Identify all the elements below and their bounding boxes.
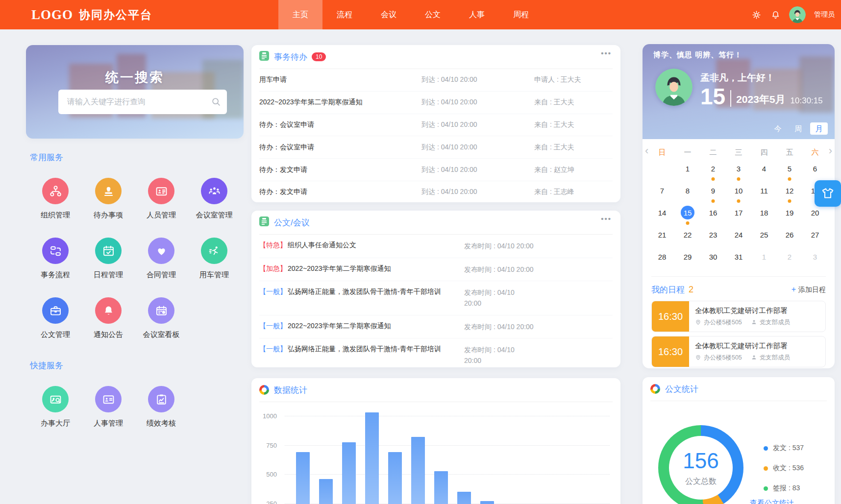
doc-row[interactable]: 【一般】弘扬网络正能量，激发团队骨干激情-青年干部培训发布时间 : 04/10 … (259, 338, 613, 372)
service-label: 人员管理 (147, 211, 176, 220)
more-icon[interactable]: ••• (601, 215, 612, 223)
user-avatar[interactable] (789, 6, 806, 23)
todo-row[interactable]: 用车申请到达 : 04/10 20:00申请人 : 王大夫 (259, 69, 613, 92)
calendar-day[interactable]: 31 (726, 248, 751, 270)
nav-item-3[interactable]: 公文 (411, 0, 455, 29)
calendar-day[interactable]: 15 (675, 204, 700, 226)
service-board[interactable]: 会议室看板 (135, 297, 188, 339)
calendar-day[interactable]: 29 (675, 248, 700, 270)
bar-7 (457, 492, 471, 504)
legend-item: 发文 : 537 (764, 444, 804, 453)
calendar-view-2[interactable]: 月 (810, 122, 828, 135)
notice-bell-icon (95, 297, 122, 324)
calendar-day[interactable]: 5 (777, 160, 802, 182)
calendar-day[interactable]: 30 (700, 248, 726, 270)
todo-row[interactable]: 2022~2023学年第二学期寒假通知到达 : 04/10 20:00来自 : … (259, 92, 613, 114)
calendar-day[interactable]: 8 (675, 182, 700, 204)
service-notice-bell[interactable]: 通知公告 (82, 297, 135, 339)
doc-row[interactable]: 【特急】组织人事任命通知公文发布时间 : 04/10 20:00 (259, 235, 613, 258)
todo-row[interactable]: 待办：会议室申请到达 : 04/10 20:00来自 : 王大夫 (259, 136, 613, 159)
calendar-day[interactable]: 2 (700, 160, 726, 182)
nav-item-0[interactable]: 主页 (278, 0, 322, 29)
chevron-right-icon[interactable]: › (829, 144, 832, 157)
middle-column: 事务待办 10 ••• 用车申请到达 : 04/10 20:00申请人 : 王大… (251, 29, 620, 504)
location-pin-icon (695, 354, 701, 362)
todo-row-time: 到达 : 04/10 20:00 (421, 120, 534, 129)
doc-statistics-card: 公文统计 156 公文总数 发文 : 537收文 : 536签报 : 83 查看… (643, 377, 835, 504)
calendar-day[interactable]: 1 (751, 248, 777, 270)
calendar-day[interactable]: 24 (726, 226, 751, 248)
calendar-day[interactable]: 25 (751, 226, 777, 248)
nav-item-1[interactable]: 流程 (322, 0, 367, 29)
chevron-left-icon[interactable]: ‹ (645, 144, 648, 157)
service-meeting[interactable]: 会议室管理 (188, 178, 241, 220)
service-hr[interactable]: 人事管理 (82, 386, 135, 428)
calendar-day[interactable]: 18 (751, 204, 777, 226)
nav-item-2[interactable]: 会议 (367, 0, 411, 29)
search-box (58, 90, 227, 114)
admin-label[interactable]: 管理员 (814, 10, 835, 19)
calendar-day[interactable]: 12 (777, 182, 802, 204)
doc-row[interactable]: 【一般】2022~2023学年第二学期寒假通知发布时间 : 04/10 20:0… (259, 315, 613, 339)
calendar-day[interactable]: 17 (726, 204, 751, 226)
todo-row-person: 申请人 : 王大夫 (534, 75, 613, 84)
schedule-item[interactable]: 16:30全体教职工党建研讨工作部署办公楼5楼505党支部成员 (651, 301, 826, 332)
theme-tshirt-button[interactable] (815, 180, 841, 207)
color-ring-icon (259, 385, 269, 395)
calendar-day[interactable]: 11 (751, 182, 777, 204)
calendar-day[interactable]: 1 (675, 160, 700, 182)
more-icon[interactable]: ••• (601, 49, 612, 57)
day-number: 2 (706, 162, 720, 175)
service-id-card[interactable]: 人员管理 (135, 178, 188, 220)
day-number: 11 (757, 184, 771, 197)
doc-row[interactable]: 【一般】弘扬网络正能量，激发团队骨干激情-青年干部培训发布时间 : 04/10 … (259, 281, 613, 315)
todo-row[interactable]: 待办：发文申请到达 : 04/10 20:00来自 : 王志峰 (259, 181, 613, 203)
service-workflow[interactable]: 事务流程 (29, 238, 82, 280)
calendar-view-0[interactable]: 今 (769, 122, 787, 135)
magnifier-icon[interactable] (205, 96, 227, 107)
nav-item-5[interactable]: 周程 (499, 0, 543, 29)
calendar-day[interactable]: 19 (777, 204, 802, 226)
add-schedule-button[interactable]: +添加日程 (792, 285, 826, 294)
doc-row-title: 组织人事任命通知公文 (288, 241, 464, 250)
calendar-day[interactable]: 28 (649, 248, 675, 270)
calendar-day[interactable]: 23 (700, 226, 726, 248)
calendar-day[interactable]: 4 (751, 160, 777, 182)
calendar-day[interactable]: 16 (700, 204, 726, 226)
service-org-chart[interactable]: 组织管理 (29, 178, 82, 220)
calendar-day[interactable]: 14 (649, 204, 675, 226)
service-handshake[interactable]: 合同管理 (135, 238, 188, 280)
service-briefcase[interactable]: 公文管理 (29, 297, 82, 339)
unified-search-card: 统一搜索 (26, 45, 244, 139)
service-calendar-check[interactable]: 日程管理 (82, 238, 135, 280)
service-vehicle[interactable]: 用车管理 (188, 238, 241, 280)
bell-icon[interactable] (770, 9, 781, 20)
calendar-day[interactable]: 22 (675, 226, 700, 248)
gear-icon[interactable] (751, 9, 762, 20)
doc-stats-link[interactable]: 查看公文统计 (750, 499, 794, 504)
doc-row[interactable]: 【加急】2022~2023学年第二学期寒假通知发布时间 : 04/10 20:0… (259, 258, 613, 282)
calendar-day[interactable]: 9 (700, 182, 726, 204)
service-service-hall[interactable]: 办事大厅 (29, 386, 82, 428)
calendar-day[interactable]: 21 (649, 226, 675, 248)
day-number: 6 (808, 162, 822, 175)
todo-row[interactable]: 待办：发文申请到达 : 04/10 20:00来自 : 赵立坤 (259, 159, 613, 181)
calendar-day[interactable]: 2 (777, 248, 802, 270)
service-stamp[interactable]: 待办事项 (82, 178, 135, 220)
calendar-day[interactable]: 3 (802, 248, 828, 270)
search-input[interactable] (66, 97, 205, 107)
calendar-day[interactable]: 7 (649, 182, 675, 204)
calendar-day[interactable]: 26 (777, 226, 802, 248)
calendar-day[interactable]: 6 (802, 160, 828, 182)
service-performance[interactable]: 绩效考核 (135, 386, 188, 428)
clock-time: 10:30:15 (791, 96, 823, 106)
calendar-day[interactable]: 10 (726, 182, 751, 204)
calendar-day[interactable]: 20 (802, 204, 828, 226)
calendar-day[interactable]: 27 (802, 226, 828, 248)
todo-row[interactable]: 待办：会议室申请到达 : 04/10 20:00来自 : 王大夫 (259, 114, 613, 137)
calendar-view-1[interactable]: 周 (790, 122, 807, 135)
service-label: 日程管理 (94, 270, 123, 280)
nav-item-4[interactable]: 人事 (455, 0, 499, 29)
calendar-day[interactable]: 3 (726, 160, 751, 182)
schedule-item[interactable]: 16:30全体教职工党建研讨工作部署办公楼5楼505党支部成员 (651, 336, 826, 367)
